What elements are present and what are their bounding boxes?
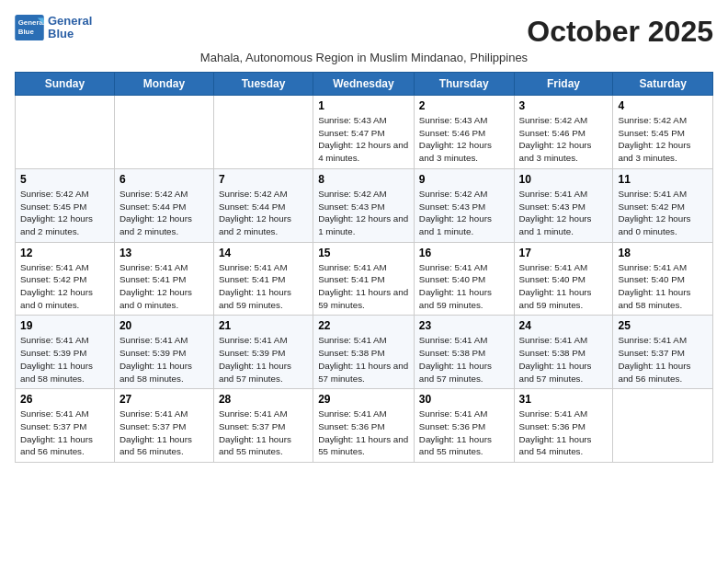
calendar-table: SundayMondayTuesdayWednesdayThursdayFrid… bbox=[15, 72, 713, 463]
calendar-cell: 23Sunrise: 5:41 AM Sunset: 5:38 PM Dayli… bbox=[414, 316, 514, 389]
cell-content: Sunrise: 5:41 AM Sunset: 5:36 PM Dayligh… bbox=[318, 408, 409, 458]
day-number: 14 bbox=[219, 247, 308, 259]
calendar-cell bbox=[16, 96, 115, 169]
cell-content: Sunrise: 5:41 AM Sunset: 5:42 PM Dayligh… bbox=[618, 188, 708, 238]
calendar-cell: 16Sunrise: 5:41 AM Sunset: 5:40 PM Dayli… bbox=[414, 242, 514, 316]
logo-line2: Blue bbox=[48, 28, 92, 40]
cell-content: Sunrise: 5:42 AM Sunset: 5:44 PM Dayligh… bbox=[119, 188, 209, 238]
day-number: 24 bbox=[519, 319, 609, 332]
calendar-week-row: 12Sunrise: 5:41 AM Sunset: 5:42 PM Dayli… bbox=[16, 242, 713, 316]
day-number: 20 bbox=[119, 319, 209, 332]
calendar-cell: 7Sunrise: 5:42 AM Sunset: 5:44 PM Daylig… bbox=[213, 168, 313, 242]
cell-content: Sunrise: 5:41 AM Sunset: 5:39 PM Dayligh… bbox=[219, 334, 308, 385]
day-number: 22 bbox=[318, 319, 409, 332]
day-number: 21 bbox=[219, 319, 308, 332]
calendar-cell: 10Sunrise: 5:41 AM Sunset: 5:43 PM Dayli… bbox=[514, 168, 613, 242]
day-number: 30 bbox=[419, 393, 509, 406]
weekday-header-thursday: Thursday bbox=[414, 73, 514, 96]
day-number: 6 bbox=[119, 173, 209, 186]
calendar-cell: 3Sunrise: 5:42 AM Sunset: 5:46 PM Daylig… bbox=[514, 96, 613, 169]
calendar-cell: 6Sunrise: 5:42 AM Sunset: 5:44 PM Daylig… bbox=[114, 168, 213, 242]
day-number: 17 bbox=[519, 247, 609, 259]
cell-content: Sunrise: 5:42 AM Sunset: 5:46 PM Dayligh… bbox=[519, 114, 609, 165]
cell-content: Sunrise: 5:42 AM Sunset: 5:44 PM Dayligh… bbox=[219, 188, 308, 238]
cell-content: Sunrise: 5:42 AM Sunset: 5:43 PM Dayligh… bbox=[318, 188, 409, 238]
calendar-cell: 13Sunrise: 5:41 AM Sunset: 5:41 PM Dayli… bbox=[114, 242, 213, 316]
cell-content: Sunrise: 5:43 AM Sunset: 5:46 PM Dayligh… bbox=[419, 114, 509, 165]
cell-content: Sunrise: 5:41 AM Sunset: 5:41 PM Dayligh… bbox=[119, 261, 209, 312]
day-number: 18 bbox=[618, 247, 708, 259]
day-number: 12 bbox=[20, 247, 109, 259]
cell-content: Sunrise: 5:41 AM Sunset: 5:38 PM Dayligh… bbox=[318, 334, 409, 385]
calendar-cell: 22Sunrise: 5:41 AM Sunset: 5:38 PM Dayli… bbox=[313, 316, 415, 389]
calendar-cell: 25Sunrise: 5:41 AM Sunset: 5:37 PM Dayli… bbox=[613, 316, 713, 389]
calendar-cell bbox=[613, 389, 713, 463]
cell-content: Sunrise: 5:41 AM Sunset: 5:41 PM Dayligh… bbox=[219, 261, 308, 312]
day-number: 11 bbox=[618, 173, 708, 186]
day-number: 29 bbox=[318, 393, 409, 406]
cell-content: Sunrise: 5:41 AM Sunset: 5:37 PM Dayligh… bbox=[119, 408, 209, 458]
weekday-header-wednesday: Wednesday bbox=[313, 73, 415, 96]
cell-content: Sunrise: 5:41 AM Sunset: 5:37 PM Dayligh… bbox=[20, 408, 109, 458]
weekday-header-saturday: Saturday bbox=[613, 73, 713, 96]
day-number: 13 bbox=[119, 247, 209, 259]
calendar-week-row: 1Sunrise: 5:43 AM Sunset: 5:47 PM Daylig… bbox=[16, 96, 713, 169]
calendar-cell: 14Sunrise: 5:41 AM Sunset: 5:41 PM Dayli… bbox=[213, 242, 313, 316]
calendar-week-row: 19Sunrise: 5:41 AM Sunset: 5:39 PM Dayli… bbox=[16, 316, 713, 389]
calendar-cell: 28Sunrise: 5:41 AM Sunset: 5:37 PM Dayli… bbox=[213, 389, 313, 463]
cell-content: Sunrise: 5:41 AM Sunset: 5:40 PM Dayligh… bbox=[519, 261, 609, 312]
calendar-cell: 11Sunrise: 5:41 AM Sunset: 5:42 PM Dayli… bbox=[613, 168, 713, 242]
weekday-header-sunday: Sunday bbox=[16, 73, 115, 96]
cell-content: Sunrise: 5:41 AM Sunset: 5:36 PM Dayligh… bbox=[519, 408, 609, 458]
calendar-cell: 20Sunrise: 5:41 AM Sunset: 5:39 PM Dayli… bbox=[114, 316, 213, 389]
calendar-cell: 12Sunrise: 5:41 AM Sunset: 5:42 PM Dayli… bbox=[16, 242, 115, 316]
calendar-cell: 26Sunrise: 5:41 AM Sunset: 5:37 PM Dayli… bbox=[16, 389, 115, 463]
cell-content: Sunrise: 5:43 AM Sunset: 5:47 PM Dayligh… bbox=[318, 114, 409, 165]
cell-content: Sunrise: 5:41 AM Sunset: 5:40 PM Dayligh… bbox=[618, 261, 708, 312]
day-number: 3 bbox=[519, 99, 609, 112]
cell-content: Sunrise: 5:41 AM Sunset: 5:37 PM Dayligh… bbox=[219, 408, 308, 458]
day-number: 26 bbox=[20, 393, 109, 406]
day-number: 15 bbox=[318, 247, 409, 259]
calendar-cell: 27Sunrise: 5:41 AM Sunset: 5:37 PM Dayli… bbox=[114, 389, 213, 463]
calendar-cell bbox=[213, 96, 313, 169]
day-number: 5 bbox=[20, 173, 109, 186]
day-number: 2 bbox=[419, 99, 509, 112]
calendar-cell: 21Sunrise: 5:41 AM Sunset: 5:39 PM Dayli… bbox=[213, 316, 313, 389]
calendar-cell: 17Sunrise: 5:41 AM Sunset: 5:40 PM Dayli… bbox=[514, 242, 613, 316]
cell-content: Sunrise: 5:41 AM Sunset: 5:39 PM Dayligh… bbox=[20, 334, 109, 385]
day-number: 31 bbox=[519, 393, 609, 406]
calendar-cell: 30Sunrise: 5:41 AM Sunset: 5:36 PM Dayli… bbox=[414, 389, 514, 463]
cell-content: Sunrise: 5:41 AM Sunset: 5:42 PM Dayligh… bbox=[20, 261, 109, 312]
cell-content: Sunrise: 5:41 AM Sunset: 5:38 PM Dayligh… bbox=[519, 334, 609, 385]
calendar-cell: 19Sunrise: 5:41 AM Sunset: 5:39 PM Dayli… bbox=[16, 316, 115, 389]
calendar-cell: 4Sunrise: 5:42 AM Sunset: 5:45 PM Daylig… bbox=[613, 96, 713, 169]
day-number: 1 bbox=[318, 99, 409, 112]
cell-content: Sunrise: 5:42 AM Sunset: 5:43 PM Dayligh… bbox=[419, 188, 509, 238]
subtitle: Mahala, Autonomous Region in Muslim Mind… bbox=[15, 51, 713, 64]
calendar-cell: 24Sunrise: 5:41 AM Sunset: 5:38 PM Dayli… bbox=[514, 316, 613, 389]
logo: General Blue General Blue bbox=[15, 15, 92, 41]
calendar-cell: 31Sunrise: 5:41 AM Sunset: 5:36 PM Dayli… bbox=[514, 389, 613, 463]
calendar-cell: 1Sunrise: 5:43 AM Sunset: 5:47 PM Daylig… bbox=[313, 96, 415, 169]
day-number: 23 bbox=[419, 319, 509, 332]
cell-content: Sunrise: 5:41 AM Sunset: 5:38 PM Dayligh… bbox=[419, 334, 509, 385]
cell-content: Sunrise: 5:41 AM Sunset: 5:40 PM Dayligh… bbox=[419, 261, 509, 312]
weekday-header-monday: Monday bbox=[114, 73, 213, 96]
day-number: 9 bbox=[419, 173, 509, 186]
weekday-header-tuesday: Tuesday bbox=[213, 73, 313, 96]
day-number: 16 bbox=[419, 247, 509, 259]
cell-content: Sunrise: 5:41 AM Sunset: 5:36 PM Dayligh… bbox=[419, 408, 509, 458]
calendar-cell: 18Sunrise: 5:41 AM Sunset: 5:40 PM Dayli… bbox=[613, 242, 713, 316]
day-number: 25 bbox=[618, 319, 708, 332]
day-number: 4 bbox=[618, 99, 708, 112]
calendar-cell: 15Sunrise: 5:41 AM Sunset: 5:41 PM Dayli… bbox=[313, 242, 415, 316]
calendar-cell: 2Sunrise: 5:43 AM Sunset: 5:46 PM Daylig… bbox=[414, 96, 514, 169]
calendar-week-row: 26Sunrise: 5:41 AM Sunset: 5:37 PM Dayli… bbox=[16, 389, 713, 463]
calendar-cell: 9Sunrise: 5:42 AM Sunset: 5:43 PM Daylig… bbox=[414, 168, 514, 242]
calendar-cell: 29Sunrise: 5:41 AM Sunset: 5:36 PM Dayli… bbox=[313, 389, 415, 463]
day-number: 7 bbox=[219, 173, 308, 186]
weekday-header-friday: Friday bbox=[514, 73, 613, 96]
svg-text:Blue: Blue bbox=[18, 28, 35, 36]
cell-content: Sunrise: 5:41 AM Sunset: 5:37 PM Dayligh… bbox=[618, 334, 708, 385]
